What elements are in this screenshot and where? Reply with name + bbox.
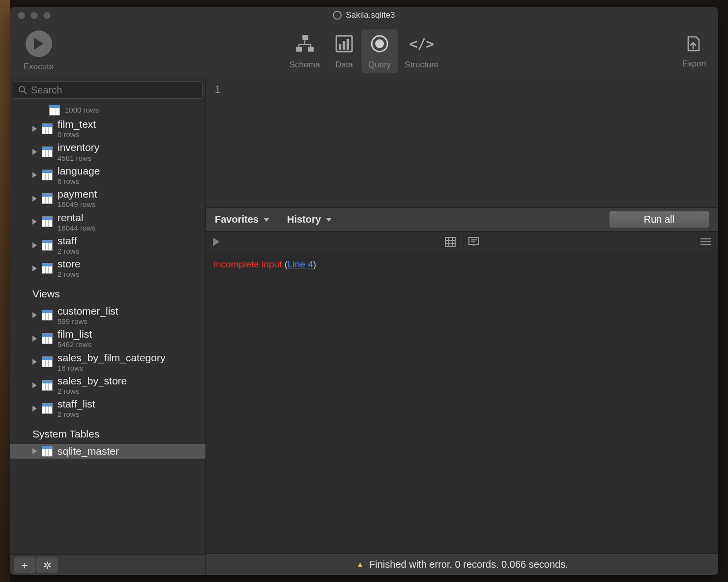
disclosure-icon[interactable] (32, 126, 37, 132)
results-panel[interactable]: incomplete input (Line 4) (206, 252, 718, 553)
disclosure-icon[interactable] (32, 219, 37, 225)
menu-button[interactable] (700, 238, 711, 245)
view-row[interactable]: sales_by_film_category16 rows (10, 350, 205, 374)
grid-view-button[interactable] (438, 233, 462, 250)
table-row[interactable]: staff2 rows (10, 233, 205, 257)
table-row[interactable]: rental16044 rows (10, 210, 205, 233)
disclosure-icon[interactable] (32, 359, 37, 365)
svg-rect-15 (445, 237, 455, 246)
warning-icon: ▲ (356, 560, 364, 570)
tab-structure[interactable]: </> Structure (398, 29, 445, 73)
table-icon (42, 403, 53, 414)
export-label: Export (682, 59, 706, 69)
table-icon (42, 193, 53, 204)
status-bar: ▲ Finished with error. 0 records. 0.066 … (206, 553, 718, 575)
favorites-label: Favorites (215, 214, 259, 225)
query-toolbar: Favorites History Run all (206, 208, 718, 232)
disclosure-icon[interactable] (32, 448, 37, 454)
execute-button[interactable]: Execute (24, 30, 54, 72)
view-row[interactable]: staff_list2 rows (10, 397, 205, 420)
svg-rect-1 (296, 47, 302, 52)
disclosure-icon[interactable] (32, 265, 37, 271)
table-icon (42, 146, 53, 157)
row-name: customer_list (58, 305, 118, 317)
titlebar[interactable]: Sakila.sqlite3 (10, 7, 718, 24)
row-sub: 5462 rows (58, 340, 92, 349)
view-row[interactable]: film_list5462 rows (10, 327, 205, 350)
table-row[interactable]: store2 rows (10, 257, 205, 280)
text-view-button[interactable] (462, 233, 486, 250)
disclosure-icon[interactable] (32, 149, 37, 155)
disclosure-icon[interactable] (32, 242, 37, 248)
views-header: Views (10, 280, 205, 304)
history-dropdown[interactable]: History (287, 214, 332, 225)
tab-query[interactable]: Query (361, 29, 398, 73)
row-name: sales_by_film_category (58, 352, 165, 364)
svg-rect-6 (310, 44, 311, 47)
favorites-dropdown[interactable]: Favorites (215, 214, 269, 225)
code-area[interactable] (226, 79, 718, 207)
row-sub: 16044 rows (58, 224, 96, 232)
disclosure-icon[interactable] (32, 172, 37, 178)
search-field[interactable] (13, 81, 203, 99)
sql-editor[interactable]: 1 (206, 79, 718, 208)
svg-rect-2 (308, 47, 314, 52)
tab-schema[interactable]: Schema (283, 29, 327, 73)
table-icon (42, 356, 53, 367)
view-row[interactable]: customer_list599 rows (10, 304, 205, 327)
row-name: payment (58, 188, 97, 200)
table-row[interactable]: 1000 rows (10, 103, 205, 117)
table-icon (42, 240, 53, 251)
main: 1 Favorites History Run all incomplete i… (206, 79, 718, 575)
row-sub: 6 rows (58, 177, 100, 185)
table-row[interactable]: language6 rows (10, 164, 205, 187)
disclosure-icon[interactable] (32, 336, 37, 342)
row-sub: 599 rows (58, 317, 118, 325)
play-icon (26, 30, 52, 57)
disclosure-icon[interactable] (32, 196, 37, 202)
row-sub: 16049 rows (58, 200, 97, 208)
export-icon (684, 33, 704, 54)
app-window: Sakila.sqlite3 Execute Schema Data (10, 7, 718, 575)
execute-label: Execute (24, 62, 54, 72)
settings-button[interactable]: ✲ (36, 557, 58, 573)
export-button[interactable]: Export (682, 33, 706, 69)
row-name: sqlite_master (58, 445, 119, 457)
table-row[interactable]: film_text0 rows (10, 117, 205, 140)
text-icon (468, 237, 479, 247)
svg-point-12 (375, 39, 384, 48)
results-toolbar (206, 232, 718, 252)
view-row[interactable]: sales_by_store2 rows (10, 374, 205, 397)
row-sub: 16 rows (58, 364, 165, 372)
row-name: film_list (58, 328, 92, 340)
data-label: Data (335, 60, 353, 70)
svg-rect-0 (302, 35, 308, 40)
row-name: store (58, 258, 81, 270)
svg-rect-8 (339, 44, 341, 50)
disclosure-icon[interactable] (32, 312, 37, 318)
view-tabs: Schema Data Query </> Structure (283, 29, 446, 73)
disclosure-icon[interactable] (32, 406, 37, 411)
disclosure-icon[interactable] (32, 382, 37, 388)
structure-icon: </> (411, 33, 432, 54)
error-line-link[interactable]: Line 4 (288, 259, 313, 269)
table-row[interactable]: payment16049 rows (10, 187, 205, 210)
table-icon (42, 263, 53, 274)
sidebar-footer: ＋ ✲ (10, 554, 205, 575)
svg-rect-4 (298, 44, 311, 45)
row-name: sales_by_store (58, 375, 127, 387)
window-title-text: Sakila.sqlite3 (346, 10, 395, 20)
system-table-row[interactable]: sqlite_master (10, 444, 205, 459)
add-button[interactable]: ＋ (14, 557, 35, 573)
run-all-button[interactable]: Run all (609, 211, 709, 228)
structure-label: Structure (405, 60, 438, 70)
table-icon (42, 333, 53, 344)
tree[interactable]: 1000 rows film_text0 rows inventory4581 … (10, 101, 205, 554)
search-input[interactable] (31, 85, 197, 96)
run-query-icon[interactable] (213, 237, 220, 246)
svg-line-14 (24, 91, 27, 94)
table-row[interactable]: inventory4581 rows (10, 140, 205, 163)
line-gutter: 1 (206, 79, 226, 207)
tab-data[interactable]: Data (327, 29, 361, 73)
table-icon (42, 216, 53, 227)
